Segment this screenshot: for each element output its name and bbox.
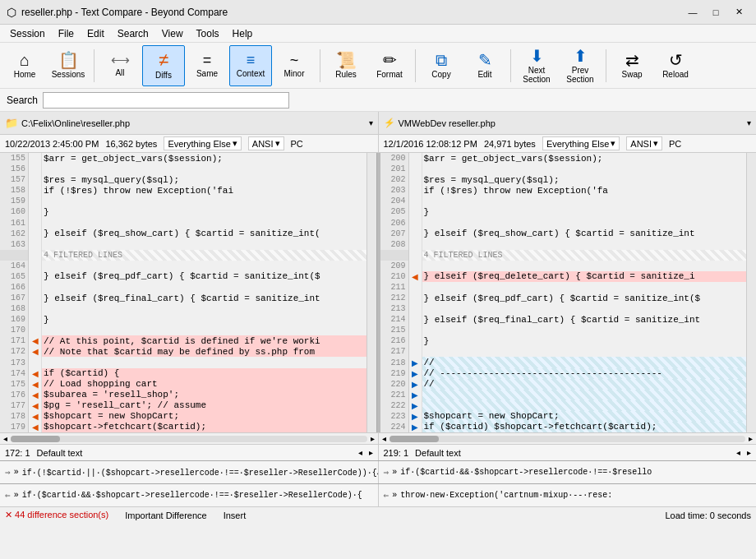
preview-bar-bottom: ⇐ » if·($cartid·&&·$shopcart->resellerco… [0,483,756,506]
menu-tools[interactable]: Tools [190,26,226,41]
copy-button[interactable]: ⧉ Copy [420,45,463,86]
right-scroll-indicator-left[interactable]: ◂ [736,448,740,457]
code-line: } elseif ($req_pdf_cart) { $cartid = san… [42,271,366,282]
left-filter-dropdown[interactable]: Everything Else ▾ [164,136,241,150]
next-section-button[interactable]: ⬇ Next Section [515,45,558,86]
code-line [422,217,747,228]
code-line: $arr = get_object_vars($session); [422,153,747,164]
right-scrollbar-h[interactable]: ◂ ▸ [379,433,757,444]
right-encoding-arrow: ▾ [653,138,658,149]
right-filter-label: Everything Else [546,139,609,149]
code-line: 4 FILTERED LINES [42,250,366,261]
menu-file[interactable]: File [52,26,81,41]
rules-button[interactable]: 📜 Rules [325,45,367,86]
minor-button[interactable]: ~ Minor [273,45,316,86]
menu-search[interactable]: Search [111,26,155,41]
code-line: } [422,206,747,217]
window-controls: — □ ✕ [682,4,749,21]
left-line-ending: PC [291,139,303,149]
line-number: 205 [380,206,408,217]
line-number: 208 [380,239,408,250]
all-button[interactable]: ⟷ All [99,45,141,86]
left-file-expand[interactable]: ▾ [369,118,373,127]
line-number: 166 [0,282,28,293]
toolbar-sep-1 [94,49,94,82]
diff-marker-cell: ◀ [29,335,41,346]
left-encoding-dropdown[interactable]: ANSI ▾ [248,136,284,150]
minor-icon: ~ [290,53,299,67]
left-preview-text-bottom: if·($cartid·&&·$shopcart->resellercode·!… [22,491,362,500]
code-line [422,400,747,411]
swap-button[interactable]: ⇄ Swap [611,45,653,86]
left-scroll-left[interactable]: ◂ [3,434,7,443]
right-scroll-indicator-right[interactable]: ▸ [747,448,751,457]
right-scroll-left[interactable]: ◂ [382,434,386,443]
menu-session[interactable]: Session [3,26,52,41]
menu-help[interactable]: Help [226,26,260,41]
close-button[interactable]: ✕ [728,4,749,21]
line-number: 215 [380,325,408,335]
left-scroll-right[interactable]: ▸ [371,434,375,443]
reload-button[interactable]: ↺ Reload [654,45,697,86]
line-number: 207 [380,229,408,239]
left-scrollbar-h[interactable]: ◂ ▸ [0,433,379,444]
diff-marker-cell [409,239,422,250]
sessions-icon: 📋 [58,52,79,68]
line-number: 165 [0,271,28,282]
right-encoding-dropdown[interactable]: ANSI ▾ [626,136,662,150]
left-scroll-indicator-left[interactable]: ◂ [358,448,362,457]
right-scrollbar-v[interactable] [746,153,756,432]
code-line: if ($cartid) $shopcart->fetchcart($carti… [422,422,747,432]
code-line [42,303,366,314]
left-encoding: ANSI [252,139,274,149]
diff-marker-cell [409,346,422,357]
toolbar-sep-4 [510,49,511,82]
menu-view[interactable]: View [155,26,190,41]
left-file-path: C:\Felix\Online\reseller.php [21,118,366,128]
left-filter-label: Everything Else [168,139,230,149]
titlebar: ⬡ reseller.php - Text Compare - Beyond C… [0,0,756,25]
search-input[interactable] [43,92,289,109]
right-filter-dropdown[interactable]: Everything Else ▾ [542,136,620,150]
sessions-button[interactable]: 📋 Sessions [47,45,90,86]
diff-marker-cell: ◀ [409,271,422,282]
code-line: $shopcart->fetchcart($cartid); [42,422,366,432]
status-mode: Insert [224,510,247,520]
position-bar: 172: 1 Default text ◂ ▸ 219: 1 Default t… [0,444,756,460]
left-scrollbar-v[interactable] [366,153,376,432]
right-preview-text-top: if·($cartid·&&·$shopcart->resellercode·!… [400,468,652,477]
right-code-content[interactable]: $arr = get_object_vars($session); $res =… [422,153,747,432]
home-button[interactable]: Home [3,45,46,86]
code-line: } elseif ($req_final_cart) { $cartid = s… [42,293,366,303]
right-scroll-right[interactable]: ▸ [749,434,753,443]
line-number: 173 [0,357,28,367]
menu-edit[interactable]: Edit [81,26,111,41]
right-encoding: ANSI [630,139,652,149]
scrollbar-h-area: ◂ ▸ ◂ ▸ [0,432,756,444]
diff-marker-cell [29,303,41,314]
code-line: if (!$res) throw new Exception('fai [42,185,366,196]
maximize-button[interactable]: □ [705,4,726,21]
minimize-button[interactable]: — [682,4,703,21]
format-icon: ✏ [383,52,397,68]
context-button[interactable]: ≡ Context [229,45,272,86]
diff-marker-cell: ▶ [409,411,422,422]
prev-section-button[interactable]: ⬆ Prev Section [559,45,602,86]
code-line: // Load shopping cart [42,379,366,390]
diffs-button[interactable]: ≠ Diffs [142,45,185,86]
diff-marker-cell [409,325,422,335]
left-code-content[interactable]: $arr = get_object_vars($session); $res =… [42,153,366,432]
line-number: 220 [380,379,408,390]
right-file-expand[interactable]: ▾ [747,118,751,127]
edit-button[interactable]: ✎ Edit [463,45,506,86]
code-line [422,346,747,357]
format-button[interactable]: ✏ Format [368,45,411,86]
same-button[interactable]: = Same [186,45,228,86]
line-number: 202 [380,174,408,185]
diff-marker-cell [409,153,422,164]
diff-marker-cell: ▶ [409,400,422,411]
line-number: 160 [0,206,28,217]
left-scroll-indicator-right[interactable]: ▸ [369,448,373,457]
diff-marker-cell [29,229,41,239]
right-filter-arrow: ▾ [611,138,615,149]
